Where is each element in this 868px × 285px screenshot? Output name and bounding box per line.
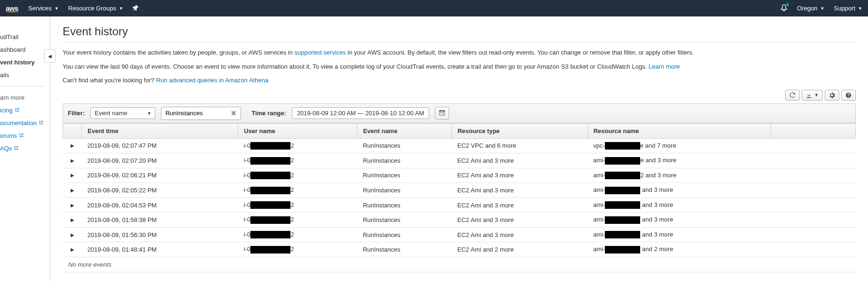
no-more-events: No more events [63, 257, 856, 272]
download-icon [806, 92, 812, 98]
table-row[interactable]: ▶2019-08-09, 01:58:38 PMi-02RunInstances… [63, 213, 856, 228]
cell-user-name: i-02 [238, 138, 357, 153]
cell-event-time: 2019-08-09, 02:07:47 PM [82, 138, 238, 153]
table-row[interactable]: ▶2019-08-09, 02:07:47 PMi-02RunInstances… [63, 138, 856, 153]
refresh-icon [789, 92, 796, 98]
cell-user-name: i-02 [238, 168, 357, 183]
cell-event-time: 2019-08-09, 02:05:22 PM [82, 183, 238, 198]
external-link-icon [15, 107, 20, 114]
table-row[interactable]: ▶2019-08-09, 01:56:30 PMi-02RunInstances… [63, 227, 856, 242]
cell-resource-type: EC2 Ami and 3 more [451, 153, 587, 168]
cell-resource-type: EC2 Ami and 3 more [451, 227, 587, 242]
cell-resource-name: ami-e and 3 more [587, 153, 771, 168]
filter-attribute-select[interactable]: Event name ▼ [90, 107, 155, 119]
expand-row-icon[interactable]: ▶ [63, 227, 82, 242]
cell-event-time: 2019-08-09, 02:06:21 PM [82, 168, 238, 183]
col-event-name[interactable]: Event name [357, 123, 452, 138]
support-menu[interactable]: Support▼ [834, 5, 862, 12]
cell-resource-name: ami- and 2 more [587, 242, 771, 257]
event-history-table: Event time User name Event name Resource… [63, 123, 856, 258]
cell-resource-type: EC2 Ami and 3 more [451, 183, 587, 198]
filter-value-input-wrapper: ✖ [161, 107, 241, 120]
col-event-time[interactable]: Event time [82, 123, 238, 138]
cell-resource-type: EC2 VPC and 6 more [451, 138, 587, 153]
settings-button[interactable] [825, 90, 839, 101]
cell-resource-type: EC2 Ami and 2 more [451, 242, 587, 257]
cell-event-time: 2019-08-09, 01:58:38 PM [82, 213, 238, 228]
table-row[interactable]: ▶2019-08-09, 01:48:41 PMi-02RunInstances… [63, 242, 856, 257]
supported-services-link[interactable]: supported services [295, 49, 346, 56]
calendar-button[interactable] [435, 107, 449, 119]
main-content: Event history Your event history contain… [50, 16, 868, 281]
sidebar: ◀ udTrail ashboard vent history ails arn… [0, 16, 50, 281]
chevron-down-icon: ▼ [820, 6, 825, 11]
sidebar-item-dashboard[interactable]: ashboard [0, 43, 50, 56]
cell-event-name: RunInstances [357, 242, 452, 257]
cell-resource-name: ami- and 3 more [587, 183, 771, 198]
chevron-down-icon: ▼ [55, 6, 59, 11]
timerange-input[interactable]: 2019-08-09 12:00 AM — 2019-08-10 12:00 A… [292, 107, 429, 119]
cell-event-name: RunInstances [357, 153, 452, 168]
region-selector[interactable]: Oregon▼ [797, 5, 824, 12]
cell-user-name: i-02 [238, 227, 357, 242]
expand-row-icon[interactable]: ▶ [63, 168, 82, 183]
col-resource-name[interactable]: Resource name [587, 123, 771, 138]
refresh-button[interactable] [785, 90, 800, 101]
cell-resource-type: EC2 Ami and 3 more [451, 213, 587, 228]
col-expand [63, 123, 82, 138]
description-line-2: You can view the last 90 days of events.… [63, 62, 856, 71]
sidebar-item-event-history[interactable]: vent history [0, 56, 50, 69]
sidebar-link-faqs[interactable]: AQs [0, 142, 50, 155]
cell-resource-name: ami-2 and 3 more [587, 168, 771, 183]
cell-resource-name: ami- and 3 more [587, 198, 771, 213]
cell-resource-name: ami- and 3 more [587, 227, 771, 242]
sidebar-link-pricing[interactable]: icing [0, 104, 50, 117]
page-title: Event history [63, 25, 856, 38]
cell-event-name: RunInstances [357, 227, 452, 242]
expand-row-icon[interactable]: ▶ [63, 183, 82, 198]
table-row[interactable]: ▶2019-08-09, 02:05:22 PMi-02RunInstances… [63, 183, 856, 198]
chevron-down-icon: ▼ [814, 93, 819, 97]
notifications-icon[interactable] [780, 4, 788, 13]
table-row[interactable]: ▶2019-08-09, 02:07:20 PMi-02RunInstances… [63, 153, 856, 168]
sidebar-collapse-button[interactable]: ◀ [44, 49, 56, 63]
col-resource-type[interactable]: Resource type [451, 123, 587, 138]
external-link-icon [19, 132, 24, 139]
col-user-name[interactable]: User name [238, 123, 357, 138]
cell-event-name: RunInstances [357, 198, 452, 213]
expand-row-icon[interactable]: ▶ [63, 153, 82, 168]
sidebar-item-trails[interactable]: ails [0, 69, 50, 81]
toolbar: ▼ [63, 90, 856, 101]
resource-groups-menu[interactable]: Resource Groups▼ [68, 5, 123, 12]
cell-resource-name: ami- and 3 more [587, 213, 771, 228]
help-icon [845, 92, 852, 98]
sidebar-link-documentation[interactable]: ocumentation [0, 117, 50, 129]
filter-value-input[interactable] [165, 110, 222, 117]
sidebar-service-title[interactable]: udTrail [0, 31, 50, 43]
sidebar-link-forums[interactable]: orums [0, 129, 50, 142]
expand-row-icon[interactable]: ▶ [63, 198, 82, 213]
learn-more-link[interactable]: Learn more [649, 63, 680, 70]
cell-event-name: RunInstances [357, 138, 452, 153]
cell-user-name: i-02 [238, 153, 357, 168]
clear-filter-icon[interactable]: ✖ [231, 109, 237, 118]
top-navbar: aws Services▼ Resource Groups▼ Oregon▼ S… [0, 0, 868, 16]
aws-logo[interactable]: aws [6, 4, 19, 12]
expand-row-icon[interactable]: ▶ [63, 242, 82, 257]
cell-event-time: 2019-08-09, 01:48:41 PM [82, 242, 238, 257]
chevron-down-icon: ▼ [119, 6, 123, 11]
athena-link[interactable]: Run advanced queries in Amazon Athena [156, 77, 269, 84]
chevron-down-icon: ▼ [147, 111, 152, 116]
help-button[interactable] [841, 90, 856, 101]
external-link-icon [39, 119, 44, 127]
timerange-label: Time range: [251, 110, 286, 117]
expand-row-icon[interactable]: ▶ [63, 213, 82, 228]
services-menu[interactable]: Services▼ [28, 5, 59, 12]
expand-row-icon[interactable]: ▶ [63, 138, 82, 153]
cell-resource-type: EC2 Ami and 3 more [451, 198, 587, 213]
download-button[interactable]: ▼ [802, 90, 823, 101]
cell-resource-name: vpc-e and 7 more [587, 138, 771, 153]
pin-icon[interactable] [133, 5, 139, 12]
table-row[interactable]: ▶2019-08-09, 02:06:21 PMi-02RunInstances… [63, 168, 856, 183]
table-row[interactable]: ▶2019-08-09, 02:04:53 PMi-02RunInstances… [63, 198, 856, 213]
